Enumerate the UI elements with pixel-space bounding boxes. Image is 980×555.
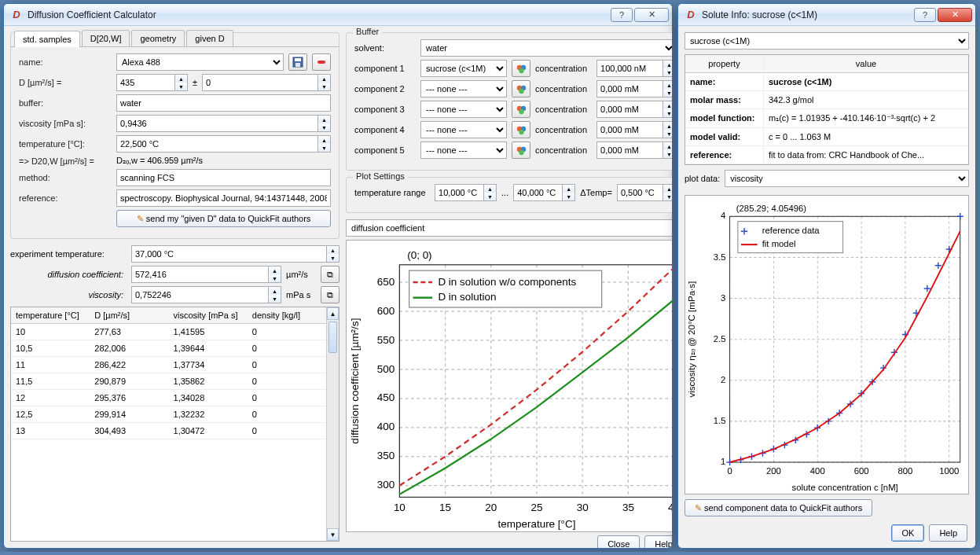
- svg-text:15: 15: [439, 502, 451, 513]
- th-visc[interactable]: viscosity [mPa s]: [169, 307, 248, 324]
- table-row[interactable]: 11,5290,8791,358620: [11, 373, 326, 390]
- save-icon[interactable]: [288, 53, 307, 71]
- temperature-input[interactable]: [116, 135, 317, 153]
- component-1-select[interactable]: sucrose (c<1M): [420, 60, 507, 77]
- component-label: component 4: [354, 125, 416, 134]
- svg-text:30: 30: [577, 502, 589, 513]
- svg-point-9: [519, 88, 523, 93]
- concentration-4-input[interactable]: [596, 121, 663, 138]
- out-visc-input[interactable]: [131, 286, 268, 303]
- tab-given-d[interactable]: given D: [186, 30, 233, 46]
- table-row[interactable]: 10,5282,0061,396440: [11, 340, 326, 357]
- concentration-5-input[interactable]: [596, 142, 663, 159]
- svg-text:400: 400: [377, 421, 395, 432]
- out-visc-label: viscosity:: [10, 290, 127, 300]
- tab-geometry[interactable]: geometry: [131, 30, 185, 46]
- copy-dc-icon[interactable]: ⧉: [321, 266, 340, 283]
- svg-text:35: 35: [622, 502, 634, 513]
- component-info-icon[interactable]: [512, 121, 530, 138]
- solute-select[interactable]: sucrose (c<1M): [685, 32, 969, 50]
- component-info-icon[interactable]: [512, 101, 530, 118]
- component-info-icon[interactable]: [512, 80, 530, 97]
- svg-text:350: 350: [377, 450, 395, 461]
- svg-text:40: 40: [668, 502, 672, 513]
- tmax-input[interactable]: [513, 184, 562, 201]
- th-temperature[interactable]: temperature [°C]: [11, 307, 90, 324]
- svg-point-18: [519, 149, 523, 154]
- concentration-label: concentration: [535, 105, 592, 114]
- spin-up[interactable]: ▲: [175, 75, 187, 83]
- svg-rect-3: [317, 61, 325, 64]
- visc-unit: mPa s: [286, 290, 316, 300]
- d-value-input[interactable]: [116, 74, 174, 91]
- buffer-input[interactable]: [116, 94, 331, 112]
- table-row[interactable]: 10277,631,415950: [11, 324, 326, 340]
- component-5-select[interactable]: --- none ---: [420, 142, 507, 159]
- send-component-button[interactable]: ✎ send component data to QuickFit author…: [685, 499, 872, 516]
- table-row[interactable]: 12295,3761,340280: [11, 390, 326, 406]
- plotset-legend: Plot Settings: [353, 171, 408, 181]
- diffusion-plot[interactable]: 10152025303540300350400450500550600650te…: [346, 240, 672, 532]
- table-row[interactable]: 13304,4931,304720: [11, 423, 326, 439]
- component-2-select[interactable]: --- none ---: [420, 80, 507, 97]
- viscosity-plot[interactable]: 0200400600800100011.522.533.54solute con…: [685, 195, 969, 494]
- help-button[interactable]: Help: [929, 524, 967, 542]
- svg-text:(285.29; 4.05496): (285.29; 4.05496): [736, 204, 806, 213]
- copy-visc-icon[interactable]: ⧉: [321, 286, 340, 303]
- concentration-3-input[interactable]: [596, 101, 663, 118]
- method-label: method:: [19, 173, 112, 182]
- component-info-icon[interactable]: [512, 60, 530, 77]
- help-button[interactable]: Help: [644, 535, 672, 548]
- send-given-d-button[interactable]: ✎ send my "given D" data to QuickFit aut…: [116, 210, 331, 227]
- svg-text:600: 600: [854, 466, 869, 476]
- prop-value: 342.3 g/mol: [764, 91, 968, 109]
- th-density[interactable]: density [kg/l]: [248, 307, 326, 324]
- concentration-1-input[interactable]: [596, 60, 663, 77]
- close-winbutton[interactable]: ✕: [634, 8, 669, 22]
- d20w-value: D₂₀,w = 406.959 µm²/s: [116, 156, 203, 166]
- d-err-input[interactable]: [202, 74, 317, 91]
- tab-d20w[interactable]: D[20,W]: [82, 30, 130, 46]
- table-row[interactable]: 11286,4221,377340: [11, 357, 326, 373]
- component-3-select[interactable]: --- none ---: [420, 101, 507, 118]
- close-button[interactable]: Close: [597, 535, 640, 548]
- help-winbutton[interactable]: ?: [914, 8, 936, 22]
- spin-down[interactable]: ▼: [175, 83, 187, 90]
- sample-name-select[interactable]: Alexa 488: [116, 53, 284, 71]
- plot-data-select[interactable]: viscosity: [725, 170, 969, 187]
- temp-range-label: temperature range: [354, 188, 430, 197]
- tab-std-samples[interactable]: std. samples: [14, 31, 80, 47]
- th-d[interactable]: D [µm²/s]: [90, 307, 168, 324]
- component-info-icon[interactable]: [512, 142, 530, 159]
- dtemp-input[interactable]: [617, 184, 663, 201]
- tmin-input[interactable]: [435, 184, 483, 201]
- solvent-label: solvent:: [354, 43, 416, 53]
- close-winbutton[interactable]: ✕: [938, 8, 972, 22]
- name-label: name:: [19, 57, 112, 67]
- help-winbutton[interactable]: ?: [611, 8, 633, 22]
- component-4-select[interactable]: --- none ---: [420, 121, 507, 138]
- svg-text:1.5: 1.5: [714, 416, 726, 425]
- buffer-label: buffer:: [19, 98, 112, 108]
- svg-text:2.5: 2.5: [714, 334, 726, 344]
- svg-text:diffusion coefficient [µm²/s]: diffusion coefficient [µm²/s]: [349, 318, 361, 444]
- window-title: Solute Info: sucrose (c<1M): [702, 9, 912, 20]
- method-input[interactable]: [116, 169, 331, 186]
- table-scrollbar[interactable]: ▲▼: [326, 307, 339, 541]
- prop-value: m₁(c) = 1.01935 + -410.146·10⁻³·sqrt(c) …: [764, 109, 968, 128]
- svg-rect-1: [295, 58, 301, 61]
- viscosity-input[interactable]: [116, 115, 317, 132]
- diff-coef-input[interactable]: [131, 266, 268, 283]
- ok-button[interactable]: OK: [891, 524, 924, 542]
- plot-data-label: plot data:: [685, 174, 720, 183]
- solvent-select[interactable]: water: [420, 39, 672, 57]
- table-row[interactable]: 12,5299,9141,322320: [11, 406, 326, 423]
- plot-quantity-select[interactable]: diffusion coefficient: [346, 219, 672, 237]
- delete-icon[interactable]: [312, 53, 331, 71]
- reference-input[interactable]: [116, 189, 331, 207]
- buffer-legend: Buffer: [353, 27, 382, 36]
- prop-key: reference:: [685, 146, 764, 164]
- concentration-label: concentration: [535, 84, 592, 94]
- concentration-2-input[interactable]: [596, 80, 663, 97]
- exp-temperature-input[interactable]: [131, 245, 326, 263]
